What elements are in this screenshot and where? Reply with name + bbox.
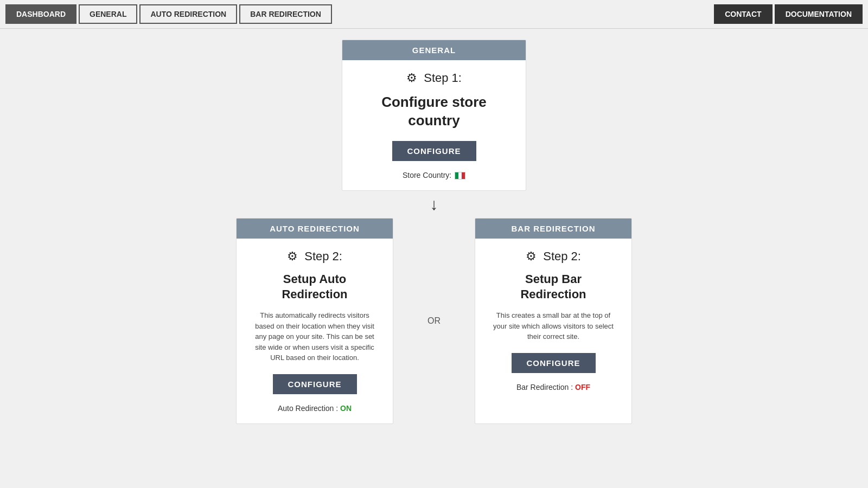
nav-left: DASHBOARD GENERAL AUTO REDIRECTION BAR R… [5,4,332,24]
general-card-header: GENERAL [342,40,526,60]
nav-auto-redirection[interactable]: AUTO REDIRECTION [139,4,237,24]
auto-configure-button[interactable]: CONFIGURE [273,374,357,394]
bar-status: Bar Redirection : OFF [492,383,615,391]
bar-configure-button[interactable]: CONFIGURE [512,353,596,373]
arrow-down: ↓ [430,196,438,213]
bar-redirection-card-header: BAR REDIRECTION [475,219,631,239]
auto-status-value: ON [340,404,352,413]
documentation-button[interactable]: DOCUMENTATION [775,4,863,24]
top-navigation: DASHBOARD GENERAL AUTO REDIRECTION BAR R… [0,0,868,29]
bar-step-desc: This creates a small bar at the top of y… [492,310,615,342]
general-configure-button[interactable]: CONFIGURE [392,141,476,161]
nav-general[interactable]: GENERAL [79,4,137,24]
auto-redirection-card-body: ⚙ Step 2: Setup Auto Redirection This au… [237,239,393,423]
bottom-row: AUTO REDIRECTION ⚙ Step 2: Setup Auto Re… [236,218,632,424]
bar-step-heading: ⚙ Step 2: [492,249,615,264]
general-step-heading: ⚙ Step 1: [359,71,509,85]
auto-step-title: Setup Auto Redirection [253,272,376,303]
general-step-title: Configure store country [359,93,509,130]
auto-step-heading: ⚙ Step 2: [253,249,376,264]
bar-status-value: OFF [575,383,590,391]
or-divider: OR [393,218,475,424]
main-content: GENERAL ⚙ Step 1: Configure store countr… [0,29,868,435]
auto-status: Auto Redirection : ON [253,404,376,413]
bar-step-title: Setup Bar Redirection [492,272,615,303]
gear-icon-auto: ⚙ [287,249,298,263]
nav-dashboard[interactable]: DASHBOARD [5,4,76,24]
general-card-body: ⚙ Step 1: Configure store country CONFIG… [342,60,526,190]
contact-button[interactable]: CONTACT [714,4,772,24]
italy-flag [455,172,465,179]
bar-redirection-card-body: ⚙ Step 2: Setup Bar Redirection This cre… [475,239,631,402]
flag-red [462,172,465,179]
general-store-country: Store Country: [359,171,509,179]
general-card: GENERAL ⚙ Step 1: Configure store countr… [342,40,526,191]
auto-redirection-card-header: AUTO REDIRECTION [237,219,393,239]
nav-right: CONTACT DOCUMENTATION [714,4,863,24]
auto-redirection-card: AUTO REDIRECTION ⚙ Step 2: Setup Auto Re… [236,218,393,424]
bar-redirection-card: BAR REDIRECTION ⚙ Step 2: Setup Bar Redi… [475,218,632,424]
nav-bar-redirection[interactable]: BAR REDIRECTION [239,4,332,24]
auto-step-desc: This automatically redirects visitors ba… [253,310,376,363]
gear-icon: ⚙ [406,71,417,85]
gear-icon-bar: ⚙ [526,249,537,263]
